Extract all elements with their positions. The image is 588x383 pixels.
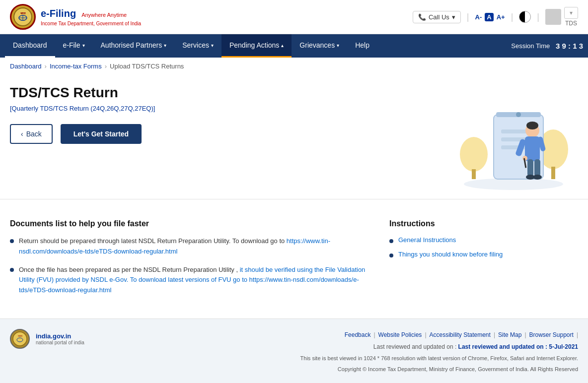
- page-left: TDS/TCS Return [Quarterly TDS/TCS Return…: [10, 85, 155, 144]
- nsdl-link-1[interactable]: https://www.tin-nsdl.com/downloads/e-tds…: [19, 237, 330, 255]
- svg-point-12: [516, 112, 521, 117]
- govt-emblem: भारत: [10, 4, 36, 30]
- bullet-icon: [10, 268, 14, 272]
- contrast-toggle[interactable]: [519, 11, 531, 23]
- svg-point-26: [533, 175, 542, 180]
- svg-point-5: [460, 137, 488, 172]
- font-smaller-button[interactable]: A-: [475, 13, 482, 21]
- top-header: भारत e-Filing Anywhere Anytime Income Ta…: [0, 0, 588, 34]
- services-caret: ▾: [211, 43, 214, 48]
- svg-text:भारत: भारत: [20, 12, 26, 15]
- general-instructions-link[interactable]: General Instructions: [398, 236, 456, 244]
- auth-caret: ▾: [164, 43, 166, 48]
- footer-feedback-link[interactable]: Feedback: [345, 329, 371, 341]
- nav-authorised-partners[interactable]: Authorised Partners ▾: [93, 34, 175, 58]
- fvu-link[interactable]: it should be verified using the File Val…: [19, 266, 365, 294]
- grievances-caret: ▾: [337, 43, 339, 48]
- svg-rect-6: [472, 169, 476, 179]
- breadcrumb-sep2: ›: [105, 63, 107, 70]
- content-separator: [0, 199, 588, 199]
- page-illustration: [449, 85, 578, 194]
- things-to-know-link[interactable]: Things you should know before filing: [398, 251, 503, 258]
- get-started-button[interactable]: Let's Get Started: [61, 124, 142, 144]
- list-item: General Instructions: [389, 236, 578, 244]
- svg-rect-23: [527, 159, 533, 177]
- instructions-title: Instructions: [389, 219, 578, 228]
- page-content: TDS/TCS Return [Quarterly TDS/TCS Return…: [0, 75, 588, 194]
- nav-services[interactable]: Services ▾: [174, 34, 221, 58]
- divider3: |: [537, 12, 539, 22]
- nav-grievances[interactable]: Grievances ▾: [292, 34, 347, 58]
- svg-text:भारत: भारत: [18, 334, 22, 337]
- doc-item-1-text: Return should be prepared through latest…: [19, 236, 369, 257]
- india-gov-text: india.gov.in national portal of india: [36, 332, 84, 345]
- user-area: ▾ TDS: [545, 7, 578, 27]
- breadcrumb: Dashboard › Income-tax Forms › Upload TD…: [0, 58, 588, 75]
- list-item: Return should be prepared through latest…: [10, 236, 369, 257]
- divider2: |: [511, 12, 514, 22]
- two-col-section: Documents list to help you file faster R…: [0, 204, 588, 319]
- logo-area: भारत e-Filing Anywhere Anytime Income Ta…: [10, 4, 141, 30]
- divider1: |: [467, 12, 469, 22]
- page-subtitle: [Quarterly TDS/TCS Return (24Q,26Q,27Q,2…: [10, 105, 155, 112]
- footer-best-viewed: This site is best viewed in 1024 * 768 r…: [300, 353, 578, 364]
- main-navigation: Dashboard e-File ▾ Authorised Partners ▾…: [0, 34, 588, 58]
- session-time: Session Time 3 9 : 1 3: [511, 42, 583, 50]
- nav-help[interactable]: Help: [347, 34, 377, 58]
- footer-reviewed: Last reviewed and updated on : Last revi…: [300, 341, 578, 353]
- svg-point-17: [526, 122, 538, 129]
- user-name-label: ▾: [570, 9, 573, 16]
- header-right: 📞 Call Us ▾ | A- A A+ | | ▾ TDS: [413, 7, 578, 27]
- svg-point-9: [464, 178, 563, 190]
- nav-pending-actions[interactable]: Pending Actions ▴: [221, 34, 292, 58]
- footer-right: Feedback | Website Policies | Accessibil…: [300, 329, 578, 375]
- footer-links: Feedback | Website Policies | Accessibil…: [300, 329, 578, 341]
- footer-left: भारत india.gov.in national portal of ind…: [10, 329, 84, 349]
- font-normal-button[interactable]: A: [485, 13, 493, 21]
- nav-dashboard[interactable]: Dashboard: [5, 34, 55, 58]
- bullet-icon: [10, 239, 14, 243]
- call-us-caret: ▾: [452, 13, 455, 21]
- bullet-icon: [389, 239, 393, 243]
- back-button[interactable]: ‹ Back: [10, 124, 53, 144]
- breadcrumb-dashboard[interactable]: Dashboard: [10, 63, 42, 70]
- footer-sitemap-link[interactable]: Site Map: [498, 329, 521, 341]
- footer-website-policies-link[interactable]: Website Policies: [378, 329, 422, 341]
- doc-item-2-text: Once the file has been prepared as per t…: [19, 265, 369, 296]
- dept-name: Income Tax Department, Government of Ind…: [41, 20, 141, 27]
- instructions-section: Instructions General Instructions Things…: [389, 219, 578, 304]
- action-buttons: ‹ Back Let's Get Started: [10, 124, 155, 144]
- footer: भारत india.gov.in national portal of ind…: [0, 319, 588, 383]
- efile-caret: ▾: [82, 43, 85, 48]
- footer-accessibility-link[interactable]: Accessibility Statement: [430, 329, 491, 341]
- nav-efile[interactable]: e-File ▾: [55, 34, 93, 58]
- breadcrumb-current: Upload TDS/TCS Returns: [110, 63, 184, 70]
- list-item: Once the file has been prepared as per t…: [10, 265, 369, 296]
- svg-rect-8: [551, 167, 555, 179]
- page-title: TDS/TCS Return: [10, 85, 155, 101]
- user-avatar: [545, 9, 561, 25]
- breadcrumb-income-tax-forms[interactable]: Income-tax Forms: [50, 63, 102, 70]
- logo-text: e-Filing Anywhere Anytime Income Tax Dep…: [41, 7, 141, 26]
- user-dropdown[interactable]: ▾: [564, 7, 578, 19]
- tds-label: TDS: [564, 20, 578, 27]
- efiling-brand: e-Filing Anywhere Anytime: [41, 7, 141, 20]
- list-item: Things you should know before filing: [389, 251, 578, 258]
- documents-list: Return should be prepared through latest…: [10, 236, 369, 296]
- svg-rect-24: [534, 159, 540, 177]
- instructions-list: General Instructions Things you should k…: [389, 236, 578, 258]
- call-us-button[interactable]: 📞 Call Us ▾: [413, 11, 461, 23]
- font-controls: A- A A+: [475, 13, 505, 21]
- breadcrumb-sep1: ›: [45, 63, 47, 70]
- documents-section: Documents list to help you file faster R…: [10, 219, 369, 304]
- phone-icon: 📞: [418, 13, 426, 21]
- footer-copyright: Copyright © Income Tax Department, Minis…: [300, 364, 578, 375]
- footer-emblem: भारत: [10, 329, 30, 349]
- back-arrow-icon: ‹: [21, 130, 23, 138]
- pending-caret: ▴: [281, 43, 284, 48]
- font-larger-button[interactable]: A+: [497, 13, 505, 21]
- documents-title: Documents list to help you file faster: [10, 219, 369, 228]
- bullet-icon: [389, 254, 393, 257]
- footer-browser-support-link[interactable]: Browser Support: [529, 329, 574, 341]
